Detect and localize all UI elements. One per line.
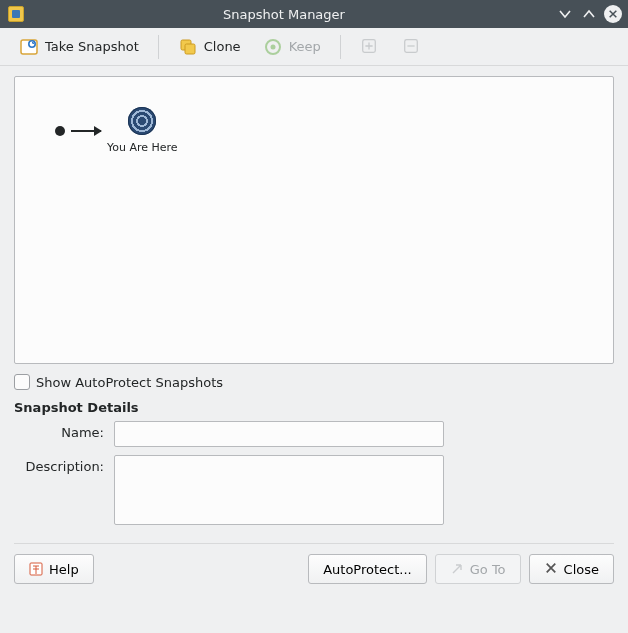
show-autoprotect-checkbox[interactable]	[14, 374, 30, 390]
window-title: Snapshot Manager	[32, 7, 556, 22]
keep-button: Keep	[254, 32, 330, 62]
toolbar-separator	[158, 35, 159, 59]
current-state-node[interactable]: You Are Here	[107, 107, 178, 154]
content-area: You Are Here Show AutoProtect Snapshots …	[0, 66, 628, 633]
snapshot-tree-root: You Are Here	[55, 107, 178, 154]
help-icon	[29, 562, 43, 576]
snapshot-tree[interactable]: You Are Here	[14, 76, 614, 364]
snapshot-icon	[19, 37, 39, 57]
close-icon	[544, 562, 558, 576]
clone-icon	[178, 37, 198, 57]
window-controls	[556, 5, 622, 23]
close-window-button[interactable]	[604, 5, 622, 23]
you-are-here-icon	[128, 107, 156, 135]
plus-box-icon	[360, 37, 380, 57]
toolbar: Take Snapshot Clone Keep	[0, 28, 628, 66]
show-autoprotect-row: Show AutoProtect Snapshots	[14, 374, 614, 390]
svg-rect-3	[185, 44, 195, 54]
root-node-icon	[55, 126, 65, 136]
take-snapshot-button[interactable]: Take Snapshot	[10, 32, 148, 62]
close-icon	[608, 9, 618, 19]
clone-button[interactable]: Clone	[169, 32, 250, 62]
take-snapshot-label: Take Snapshot	[45, 39, 139, 54]
close-label: Close	[564, 562, 599, 577]
keep-icon	[263, 37, 283, 57]
autoprotect-button[interactable]: AutoProtect...	[308, 554, 427, 584]
show-autoprotect-label: Show AutoProtect Snapshots	[36, 375, 223, 390]
description-row: Description:	[14, 455, 614, 525]
goto-icon	[450, 562, 464, 576]
chevron-up-icon	[583, 8, 595, 20]
goto-label: Go To	[470, 562, 506, 577]
footer-separator	[14, 543, 614, 544]
footer: Help AutoProtect... Go To Close	[14, 554, 614, 584]
help-label: Help	[49, 562, 79, 577]
name-row: Name:	[14, 421, 614, 447]
close-button[interactable]: Close	[529, 554, 614, 584]
app-icon	[8, 6, 24, 22]
toolbar-separator	[340, 35, 341, 59]
chevron-down-icon	[559, 8, 571, 20]
description-label: Description:	[14, 455, 114, 474]
keep-label: Keep	[289, 39, 321, 54]
minus-box-icon	[402, 37, 422, 57]
arrow-icon	[71, 130, 101, 132]
remove-button	[393, 32, 431, 62]
help-button[interactable]: Help	[14, 554, 94, 584]
svg-point-5	[270, 44, 275, 49]
description-field[interactable]	[114, 455, 444, 525]
autoprotect-label: AutoProtect...	[323, 562, 412, 577]
add-button	[351, 32, 389, 62]
name-field[interactable]	[114, 421, 444, 447]
titlebar: Snapshot Manager	[0, 0, 628, 28]
clone-label: Clone	[204, 39, 241, 54]
name-label: Name:	[14, 421, 114, 440]
maximize-button[interactable]	[580, 5, 598, 23]
goto-button: Go To	[435, 554, 521, 584]
snapshot-details-title: Snapshot Details	[14, 400, 614, 415]
you-are-here-label: You Are Here	[107, 141, 178, 154]
minimize-button[interactable]	[556, 5, 574, 23]
